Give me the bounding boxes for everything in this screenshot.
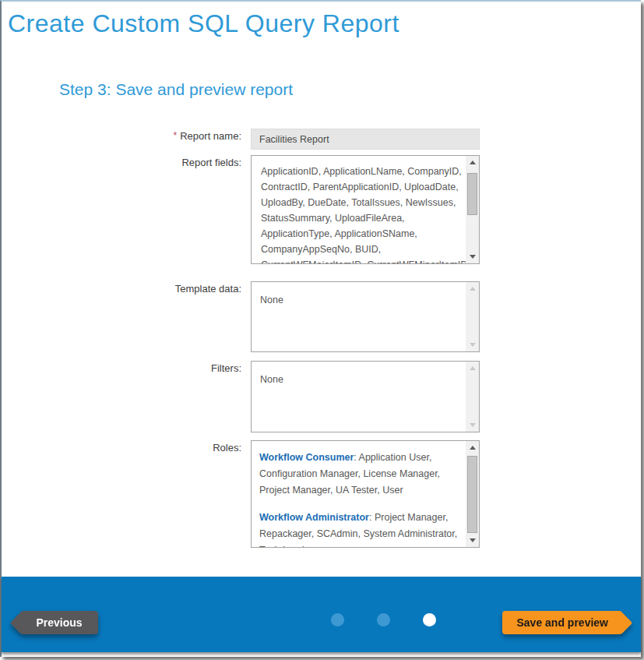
step-dot-3-active (423, 613, 436, 626)
scroll-up-arrow-icon[interactable] (466, 156, 479, 169)
scrollbar[interactable] (466, 441, 479, 547)
step-dot-1 (331, 613, 344, 626)
scroll-down-arrow-icon[interactable] (466, 418, 479, 432)
role-group: Workflow Administrator: Project Manager,… (259, 510, 463, 547)
scrollbar-track[interactable] (466, 454, 479, 534)
wizard-footer: Previous Save and preview (2, 577, 641, 652)
template-data-box[interactable]: None (251, 281, 480, 352)
report-name-input[interactable] (251, 129, 480, 150)
scrollbar[interactable] (466, 362, 479, 432)
role-group: Workflow Consumer: Application User, Con… (259, 450, 463, 499)
scrollbar-track[interactable] (466, 169, 479, 250)
report-field-line: CompanyAppSeqNo, BUID, (261, 242, 466, 257)
save-and-preview-button-label[interactable]: Save and preview (502, 611, 622, 634)
report-name-label-text: Report name: (180, 130, 241, 142)
role-group-name: Workflow Administrator (259, 512, 369, 523)
filters-box[interactable]: None (251, 361, 480, 432)
report-field-line: UploadBy, DueDate, TotalIssues, NewIssue… (261, 195, 466, 210)
previous-button[interactable]: Previous (20, 611, 98, 634)
template-data-label: Template data: (9, 283, 241, 295)
report-field-line: ApplicationID, ApplicationLName, Company… (261, 164, 466, 179)
filters-content: None (252, 362, 466, 432)
scroll-up-arrow-icon[interactable] (466, 362, 479, 375)
wizard-window: Create Custom SQL Query Report Step 3: S… (0, 0, 641, 657)
report-fields-content: ApplicationID, ApplicationLName, Company… (252, 156, 466, 263)
scroll-down-arrow-icon[interactable] (466, 338, 479, 351)
scrollbar[interactable] (466, 156, 479, 263)
report-fields-label: Report fields: (9, 157, 241, 168)
scrollbar-thumb[interactable] (467, 456, 477, 533)
required-asterisk: * (174, 130, 178, 141)
report-field-line: CurrentWFMajorItemID, CurrentWFMinorItem… (261, 257, 466, 263)
scroll-down-arrow-icon[interactable] (466, 534, 479, 547)
scrollbar-thumb[interactable] (467, 173, 477, 215)
previous-button-label[interactable]: Previous (20, 611, 98, 634)
scrollbar[interactable] (466, 282, 479, 351)
filters-label: Filters: (9, 362, 241, 374)
template-data-content: None (252, 282, 466, 351)
scrollbar-track[interactable] (466, 295, 479, 338)
roles-box[interactable]: Workflow Consumer: Application User, Con… (251, 440, 480, 548)
step-dot-2 (377, 613, 390, 626)
report-fields-box[interactable]: ApplicationID, ApplicationLName, Company… (251, 155, 480, 264)
report-field-line: ApplicationType, ApplicationSName, (261, 226, 466, 242)
step-heading: Step 3: Save and preview report (59, 80, 293, 99)
report-field-line: ContractID, ParentApplicationID, UploadD… (261, 179, 466, 195)
report-name-label: *Report name: (9, 130, 241, 142)
role-group-name: Workflow Consumer (259, 452, 354, 463)
roles-content: Workflow Consumer: Application User, Con… (252, 441, 466, 547)
scroll-up-arrow-icon[interactable] (466, 441, 479, 454)
step-dots (331, 613, 436, 626)
scrollbar-track[interactable] (466, 375, 479, 418)
page-title: Create Custom SQL Query Report (8, 9, 399, 38)
scroll-up-arrow-icon[interactable] (466, 282, 479, 295)
roles-label: Roles: (9, 442, 241, 454)
save-and-preview-button[interactable]: Save and preview (502, 611, 622, 634)
scroll-down-arrow-icon[interactable] (466, 250, 479, 263)
report-field-line: StatusSummary, UploadFileArea, (261, 210, 466, 226)
